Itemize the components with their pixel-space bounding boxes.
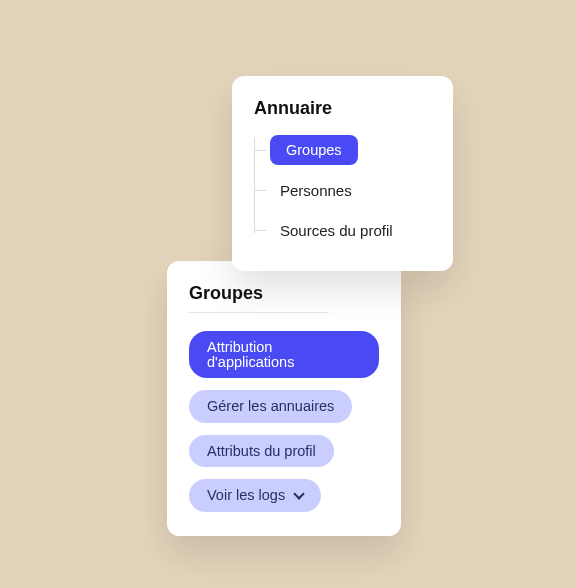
button-label: Attribution d'applications <box>207 340 361 369</box>
directory-item-groups[interactable]: Groupes <box>270 133 431 167</box>
directory-card: Annuaire Groupes Personnes Sources du pr… <box>232 76 453 271</box>
directory-card-title: Annuaire <box>254 98 431 119</box>
tree-horizontal-line <box>254 230 266 231</box>
groups-card: Groupes Attribution d'applications Gérer… <box>167 261 401 536</box>
button-label: Voir les logs <box>207 488 285 503</box>
button-label: Gérer les annuaires <box>207 399 334 414</box>
directory-item-people[interactable]: Personnes <box>270 173 431 207</box>
directory-item-label: Personnes <box>270 176 362 205</box>
directory-item-profile-sources[interactable]: Sources du profil <box>270 213 431 247</box>
directory-item-label: Sources du profil <box>270 216 403 245</box>
profile-attributes-button[interactable]: Attributs du profil <box>189 435 334 468</box>
divider <box>189 312 329 313</box>
groups-button-stack: Attribution d'applications Gérer les ann… <box>189 331 379 512</box>
directory-tree: Groupes Personnes Sources du profil <box>254 133 431 247</box>
directory-item-label: Groupes <box>270 135 358 165</box>
tree-vertical-line <box>254 137 255 233</box>
tree-horizontal-line <box>254 190 266 191</box>
button-label: Attributs du profil <box>207 444 316 459</box>
chevron-down-icon <box>294 488 305 499</box>
manage-directories-button[interactable]: Gérer les annuaires <box>189 390 352 423</box>
assign-applications-button[interactable]: Attribution d'applications <box>189 331 379 378</box>
groups-card-title: Groupes <box>189 283 379 304</box>
tree-horizontal-line <box>254 150 266 151</box>
view-logs-button[interactable]: Voir les logs <box>189 479 321 512</box>
